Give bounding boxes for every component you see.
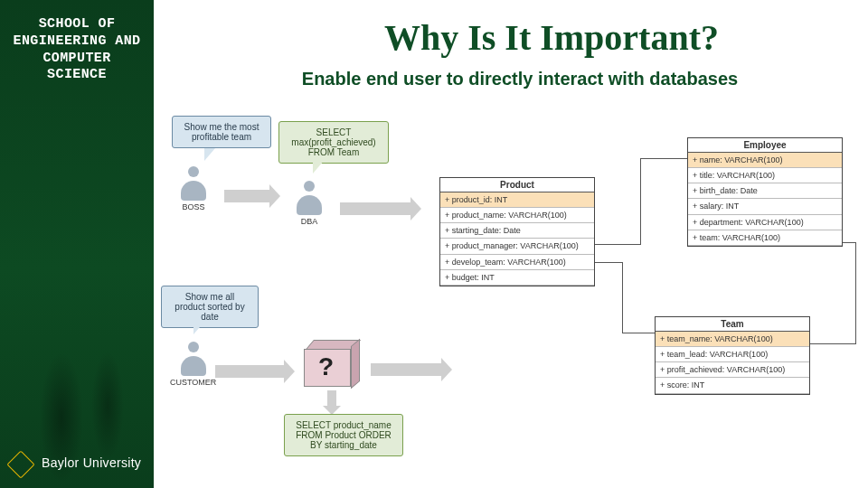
box-side-face bbox=[351, 339, 360, 389]
schema-field: + develop_team: VARCHAR(100) bbox=[440, 255, 594, 270]
question-mark: ? bbox=[318, 352, 334, 381]
bubble-tail-icon bbox=[193, 322, 204, 334]
schema-field: + team_name: VARCHAR(100) bbox=[656, 332, 809, 347]
brand: Baylor University bbox=[11, 451, 141, 474]
schema-field: + profit_achieved: VARCHAR(100) bbox=[656, 362, 809, 378]
baylor-shield-icon bbox=[11, 451, 34, 474]
person-icon bbox=[181, 166, 206, 201]
schema-field: + team_lead: VARCHAR(100) bbox=[656, 347, 809, 362]
brand-name: Baylor University bbox=[42, 455, 141, 470]
schema-field: + product_id: INT bbox=[440, 192, 594, 208]
dba-sql-text: SELECT max(profit_achieved) FROM Team bbox=[291, 127, 375, 157]
actor-boss-label: BOSS bbox=[181, 202, 206, 211]
result-sql-text: SELECT product_name FROM Product ORDER B… bbox=[296, 420, 392, 450]
schema-field: + department: VARCHAR(100) bbox=[688, 215, 842, 230]
schema-field: + title: VARCHAR(100) bbox=[688, 168, 842, 183]
schema-team: Team + team_name: VARCHAR(100) + team_le… bbox=[655, 316, 810, 395]
slide-subtitle: Enable end user to directly interact wit… bbox=[226, 69, 814, 89]
schema-field: + starting_date: Date bbox=[440, 223, 594, 239]
connector-line bbox=[640, 158, 641, 245]
speech-bubble-boss: Show me the most profitable team bbox=[172, 116, 271, 148]
schema-field: + name: VARCHAR(100) bbox=[688, 153, 842, 168]
connector-line bbox=[843, 242, 855, 243]
person-icon bbox=[181, 342, 206, 376]
customer-query-text: Show me all product sorted by date bbox=[175, 292, 244, 322]
arrow-right-icon bbox=[224, 190, 271, 202]
diagram: Show me the most profitable team BOSS SE… bbox=[161, 108, 857, 470]
actor-customer-label: CUSTOMER bbox=[170, 378, 216, 387]
bubble-tail-icon bbox=[204, 148, 215, 161]
actor-dba: DBA bbox=[297, 181, 322, 226]
schema-field: + birth_date: Date bbox=[688, 183, 842, 199]
actor-boss: BOSS bbox=[181, 166, 206, 211]
schema-field: + score: INT bbox=[656, 378, 809, 393]
result-sql-bubble: SELECT product_name FROM Product ORDER B… bbox=[284, 414, 403, 456]
schema-field: + product_name: VARCHAR(100) bbox=[440, 208, 594, 223]
schema-field: + team: VARCHAR(100) bbox=[688, 230, 842, 246]
speech-bubble-dba: SELECT max(profit_achieved) FROM Team bbox=[278, 121, 389, 164]
schema-employee-header: Employee bbox=[688, 138, 842, 153]
connector-line bbox=[810, 343, 855, 344]
actor-dba-label: DBA bbox=[297, 217, 322, 226]
connector-line bbox=[595, 244, 640, 245]
person-icon bbox=[297, 181, 322, 215]
system-box: ? bbox=[304, 340, 360, 387]
boss-query-text: Show me the most profitable team bbox=[184, 122, 259, 142]
arrow-right-icon bbox=[215, 365, 286, 378]
slide: SCHOOL OF ENGINEERING AND COMPUTER SCIEN… bbox=[0, 0, 868, 488]
schema-field: + salary: INT bbox=[688, 199, 842, 214]
connector-line bbox=[622, 262, 623, 333]
schema-product-header: Product bbox=[440, 178, 594, 192]
slide-title: Why Is It Important? bbox=[271, 16, 832, 59]
connector-line bbox=[640, 158, 687, 159]
schema-field: + budget: INT bbox=[440, 270, 594, 286]
arrow-right-icon bbox=[340, 202, 412, 215]
sidebar: SCHOOL OF ENGINEERING AND COMPUTER SCIEN… bbox=[0, 0, 154, 488]
schema-field: + product_manager: VARCHAR(100) bbox=[440, 239, 594, 254]
schema-product: Product + product_id: INT + product_name… bbox=[439, 177, 595, 286]
connector-line bbox=[622, 333, 655, 333]
bubble-tail-icon bbox=[313, 161, 324, 174]
schema-employee: Employee + name: VARCHAR(100) + title: V… bbox=[687, 137, 843, 247]
connector-line bbox=[595, 262, 622, 263]
schema-team-header: Team bbox=[656, 317, 809, 332]
arrow-right-icon bbox=[371, 363, 443, 376]
arrow-down-icon bbox=[327, 390, 336, 407]
actor-customer: CUSTOMER bbox=[170, 342, 216, 387]
speech-bubble-customer: Show me all product sorted by date bbox=[161, 286, 259, 328]
school-label: SCHOOL OF ENGINEERING AND COMPUTER SCIEN… bbox=[9, 16, 145, 84]
connector-line bbox=[855, 242, 856, 344]
